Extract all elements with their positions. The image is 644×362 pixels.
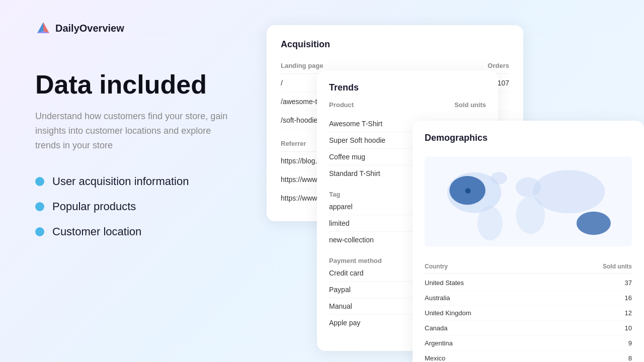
demo-row-1: Australia16 (425, 291, 632, 306)
demo-row-2: United Kingdom12 (425, 306, 632, 321)
logo: DailyOverview (35, 20, 124, 36)
product-col-label: Product (329, 101, 354, 109)
demo-row-4: Argentina9 (425, 336, 632, 351)
feature-item-0: User acquisition information (35, 175, 277, 188)
orders-0: 107 (498, 79, 509, 87)
country-col-header: Country (425, 263, 448, 270)
demo-row-0: United States37 (425, 276, 632, 291)
svg-point-7 (477, 206, 503, 240)
demo-sold-units-header: Sold units (603, 263, 632, 270)
trends-product-header: Product Sold units (329, 101, 486, 113)
feature-dot-1 (35, 202, 44, 211)
feature-list: User acquisition information Popular pro… (35, 175, 277, 238)
acquisition-title: Acquisition (281, 39, 509, 50)
demo-table-header: Country Sold units (425, 260, 632, 274)
feature-label-1: Popular products (52, 200, 136, 213)
country-name-0: United States (425, 279, 464, 287)
demo-rows-container: United States37Australia16United Kingdom… (425, 276, 632, 362)
logo-icon (35, 20, 51, 36)
units-4: 9 (628, 339, 632, 347)
feature-item-1: Popular products (35, 200, 277, 213)
landing-col-header: Landing page (281, 62, 324, 69)
orders-col-header: Orders (488, 62, 509, 69)
country-name-5: Mexico (425, 354, 445, 362)
country-name-4: Argentina (425, 339, 453, 347)
demographics-title: Demographics (425, 133, 632, 143)
demographics-card: Demographics (413, 121, 644, 362)
units-2: 12 (625, 309, 632, 317)
feature-label-2: Customer location (52, 225, 141, 238)
landing-page-2: /soft-hoodie (281, 116, 317, 124)
feature-label-0: User acquisition information (52, 175, 189, 188)
feature-dot-0 (35, 177, 44, 186)
country-name-3: Canada (425, 324, 448, 332)
sub-text: Understand how customers find your store… (35, 109, 236, 152)
svg-point-6 (491, 172, 507, 185)
demo-row-5: Mexico8 (425, 351, 632, 362)
trends-title: Trends (329, 82, 486, 93)
logo-text: DailyOverview (55, 23, 124, 34)
sold-units-col-label: Sold units (454, 101, 486, 113)
units-1: 16 (625, 294, 632, 302)
country-name-1: Australia (425, 294, 450, 302)
world-map-svg (425, 151, 632, 252)
feature-item-2: Customer location (35, 225, 277, 238)
tag-label: Tag (329, 191, 340, 198)
units-3: 10 (625, 324, 632, 332)
units-5: 8 (628, 354, 632, 362)
country-name-2: United Kingdom (425, 309, 471, 317)
landing-page-0: / (281, 79, 283, 87)
feature-dot-2 (35, 227, 44, 236)
payment-label: Payment method (329, 257, 382, 264)
units-0: 37 (625, 279, 632, 287)
referrer-col-header: Referrer (281, 140, 306, 147)
left-content: Data included Understand how customers f… (35, 70, 277, 238)
demo-row-3: Canada10 (425, 321, 632, 336)
svg-point-12 (465, 188, 471, 194)
main-heading: Data included (35, 70, 277, 99)
cards-container: Acquisition Landing page Orders / 107 /a… (262, 15, 644, 362)
world-map (425, 151, 632, 252)
svg-point-11 (577, 212, 611, 235)
svg-point-10 (533, 170, 605, 213)
